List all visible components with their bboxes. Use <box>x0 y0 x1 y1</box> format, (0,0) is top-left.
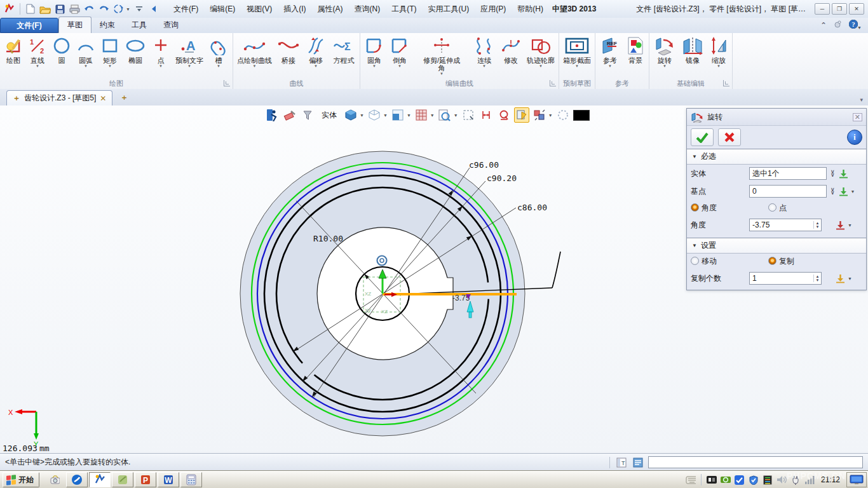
tray-messenger-icon[interactable] <box>735 475 745 485</box>
involute-curve[interactable] <box>552 252 560 288</box>
menu-edit[interactable]: 编辑(E) <box>205 2 240 17</box>
menu-application[interactable]: 应用(P) <box>475 2 511 17</box>
chevron-down-icon[interactable]: ▼ <box>548 113 553 118</box>
tab-constraint[interactable]: 约束 <box>92 17 123 33</box>
filter-funnel-icon[interactable] <box>300 107 315 123</box>
point-radio[interactable]: 点 <box>768 203 787 214</box>
ribbon-arc-button[interactable]: 圆弧▼ <box>74 34 98 69</box>
ribbon-modify-button[interactable]: 修改 <box>498 34 524 64</box>
taskbar-app-powerpoint[interactable]: P <box>135 472 156 487</box>
angle-radio[interactable]: 角度 <box>691 203 766 214</box>
chevron-down-icon[interactable]: ▼ <box>383 113 388 118</box>
ribbon-background-button[interactable]: 背景 <box>623 34 648 64</box>
show-constraints-button[interactable] <box>496 107 512 123</box>
drawing-canvas[interactable]: c96.00 c90.20 c86.00 R10.00 XZ XY XZ -3.… <box>0 105 868 453</box>
volume-icon[interactable] <box>776 475 787 485</box>
pick-input-icon[interactable] <box>839 187 848 196</box>
pick-input-icon[interactable] <box>839 169 848 179</box>
spinner-buttons[interactable]: ▲▼ <box>813 274 821 282</box>
ribbon-point-curve-button[interactable]: 点绘制曲线▼ <box>234 34 275 69</box>
tray-display-icon[interactable] <box>707 475 717 485</box>
ribbon-rotate-button[interactable]: 旋转▼ <box>651 34 679 69</box>
menu-view[interactable]: 视图(V) <box>241 2 277 17</box>
ribbon-mirror-button[interactable]: 镜像 <box>679 34 707 64</box>
dialog-close-button[interactable]: ✕ <box>853 113 862 121</box>
ribbon-reference-button[interactable]: REF参考▼ <box>597 34 623 69</box>
group-expander-icon[interactable] <box>723 80 729 86</box>
pick-copies-icon[interactable] <box>836 274 845 283</box>
chevron-down-icon[interactable]: ▼ <box>848 223 852 227</box>
taskbar-app-notes[interactable] <box>112 472 133 487</box>
screen-capture-icon[interactable] <box>50 475 60 485</box>
menu-file[interactable]: 文件(F) <box>168 2 203 17</box>
collapse-ribbon-icon[interactable]: ⌃ <box>820 21 827 30</box>
zoom-document-button[interactable] <box>437 107 452 123</box>
dim-label-c96[interactable]: c96.00 <box>469 160 499 170</box>
entity-filter-value[interactable]: 实体 <box>318 110 341 121</box>
cancel-button[interactable] <box>718 128 741 146</box>
chevron-down-icon[interactable]: ▼ <box>430 113 435 118</box>
copy-radio[interactable]: 复制 <box>768 256 794 267</box>
command-input[interactable] <box>648 456 863 468</box>
tab-tools[interactable]: 工具 <box>123 17 155 33</box>
section-required[interactable]: ▼必选 <box>687 149 866 165</box>
entity-input[interactable]: 选中1个 <box>749 167 827 180</box>
angle-input[interactable]: -3.75 ▲▼ <box>749 219 822 231</box>
network-signal-icon[interactable] <box>804 475 815 485</box>
copies-input[interactable]: 1 ▲▼ <box>749 272 822 285</box>
menu-attribute[interactable]: 属性(A) <box>313 2 348 17</box>
group-expander-icon[interactable] <box>224 80 230 86</box>
toolbar-panel-toggle[interactable]: T <box>615 456 628 469</box>
menu-inquire[interactable]: 查询(N) <box>349 2 386 17</box>
ribbon-connect-button[interactable]: 连续▼ <box>471 34 498 69</box>
tab-close-icon[interactable]: ✕ <box>100 94 106 103</box>
chevron-down-icon[interactable]: ▼ <box>851 189 855 194</box>
collapse-left-icon[interactable] <box>148 3 159 15</box>
power-plug-icon[interactable] <box>790 475 801 485</box>
taskbar-app-word[interactable]: W <box>158 472 179 487</box>
ribbon-trace-profile-button[interactable]: 轨迹轮廓▼ <box>524 34 557 69</box>
exit-sketch-button[interactable] <box>264 107 280 123</box>
redo-icon[interactable] <box>98 3 109 15</box>
grid-toggle-button[interactable] <box>414 107 429 123</box>
ribbon-line-button[interactable]: 12直线▼ <box>25 34 50 69</box>
ribbon-equation-button[interactable]: Σ方程式 <box>329 34 358 64</box>
base-point-input[interactable]: 0 <box>749 185 827 198</box>
menu-utilities[interactable]: 实用工具(U) <box>423 2 475 17</box>
degrees-of-freedom-icon[interactable] <box>555 107 571 123</box>
taskbar-clock[interactable]: 21:12 <box>818 475 843 484</box>
document-tab[interactable]: ＋ 齿轮设计.Z3 - [草图5] ✕ <box>6 90 112 105</box>
pick-angle-icon[interactable] <box>836 220 845 230</box>
ribbon-sketch-button[interactable]: 绘图 <box>1 34 25 64</box>
new-file-button[interactable] <box>25 3 36 15</box>
selection-box-button[interactable] <box>461 107 476 123</box>
menu-help[interactable]: 帮助(H) <box>512 2 548 17</box>
print-button[interactable] <box>69 3 80 15</box>
new-tab-button[interactable]: ＋ <box>120 92 128 103</box>
ok-button[interactable] <box>691 128 714 146</box>
taskbar-app-zw3d[interactable] <box>89 472 111 487</box>
ribbon-fillet-button[interactable]: 圆角▼ <box>362 34 387 69</box>
tray-app-grid-icon[interactable] <box>763 475 773 485</box>
chevron-down-icon[interactable]: ▼ <box>848 276 852 281</box>
group-expander-icon[interactable] <box>550 80 556 86</box>
shaded-display-button[interactable] <box>343 107 358 123</box>
info-button[interactable]: i <box>847 130 862 145</box>
ribbon-chamfer-button[interactable]: 倒角▼ <box>387 34 412 69</box>
show-dimensions-button[interactable] <box>478 107 494 123</box>
ribbon-slot-button[interactable]: 槽▼ <box>206 34 231 69</box>
move-radio[interactable]: 移动 <box>691 256 766 267</box>
ribbon-circle-button[interactable]: 圆 <box>50 34 74 64</box>
save-button[interactable] <box>54 3 65 15</box>
chevron-down-icon[interactable]: ▼ <box>360 113 364 118</box>
wireframe-display-button[interactable] <box>367 107 382 123</box>
ribbon-box-section-button[interactable]: 箱形截面▼ <box>560 34 593 69</box>
auto-constrain-toggle[interactable] <box>514 107 529 123</box>
expand-list-icon[interactable]: ∨∨ <box>831 188 835 194</box>
tray-nvidia-icon[interactable] <box>721 475 731 485</box>
language-keyboard-icon[interactable] <box>686 475 696 485</box>
tab-scroll-icon[interactable]: ▾ <box>860 97 863 103</box>
customize-toolbar-button[interactable] <box>133 3 145 15</box>
chevron-down-icon[interactable]: ▼ <box>454 113 458 118</box>
tray-security-shield-icon[interactable] <box>749 475 759 485</box>
